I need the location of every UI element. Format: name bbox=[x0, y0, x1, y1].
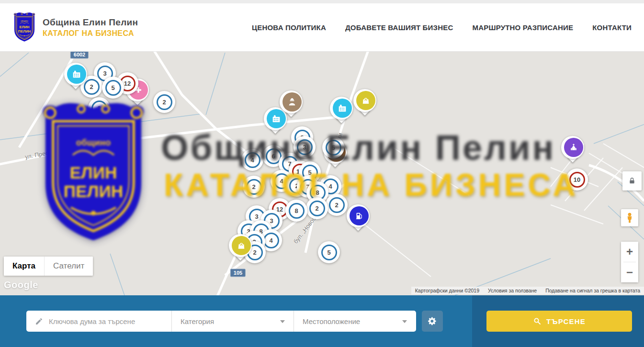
map-view-button[interactable]: Карта bbox=[4, 257, 44, 276]
svg-text:ЕЛИН: ЕЛИН bbox=[20, 25, 30, 29]
cluster-marker[interactable]: 2 bbox=[243, 176, 265, 198]
bag-category-marker[interactable] bbox=[228, 234, 253, 265]
cluster-marker[interactable]: 2 bbox=[326, 194, 348, 216]
map-type-control: Карта Сателит bbox=[4, 257, 93, 276]
cluster-marker[interactable]: 8 bbox=[285, 200, 307, 222]
report-map-error-link[interactable]: Подаване на сигнал за грешка в картата bbox=[545, 288, 640, 293]
svg-text:общино: общино bbox=[21, 20, 28, 22]
worker-category-marker[interactable] bbox=[279, 90, 304, 121]
header: общино ЕЛИН ПЕЛИН Община Елин Пелин КАТА… bbox=[0, 3, 644, 52]
cluster-count: 2 bbox=[329, 197, 345, 213]
cluster-marker[interactable]: 2 bbox=[88, 97, 110, 119]
nav-route-schedule[interactable]: МАРШРУТНО РАЗПИСАНИЕ bbox=[472, 23, 573, 32]
svg-text:ПЕЛИН: ПЕЛИН bbox=[18, 29, 31, 34]
pin-circle bbox=[353, 89, 376, 112]
factory-category-marker[interactable] bbox=[63, 63, 88, 93]
location-select[interactable]: Местоположение bbox=[294, 311, 416, 332]
cluster-marker[interactable]: 5 bbox=[322, 136, 344, 158]
nav-contacts[interactable]: КОНТАКТИ bbox=[592, 23, 632, 32]
pin-circle bbox=[347, 204, 370, 227]
cluster-count: 2 bbox=[309, 201, 325, 216]
pegman-icon bbox=[624, 212, 635, 224]
pin-circle bbox=[64, 63, 87, 86]
search-icon bbox=[533, 317, 542, 325]
pencil-icon bbox=[35, 317, 43, 325]
gear-icon bbox=[428, 316, 437, 326]
category-select[interactable]: Категория bbox=[171, 311, 294, 332]
cluster-marker[interactable]: 3 bbox=[294, 136, 316, 158]
nav-add-business[interactable]: ДОБАВЕТЕ ВАШИЯТ БИЗНЕС bbox=[345, 23, 453, 32]
satellite-view-button[interactable]: Сателит bbox=[44, 257, 93, 276]
fuel-icon bbox=[350, 206, 369, 225]
map-copyright: Картографски данни ©2019 bbox=[415, 288, 479, 293]
site-logo[interactable]: общино ЕЛИН ПЕЛИН Община Елин Пелин КАТА… bbox=[12, 12, 138, 42]
cluster-count: 4 bbox=[245, 152, 260, 168]
factory-category-marker[interactable] bbox=[329, 97, 354, 127]
site-title: Община Елин Пелин bbox=[43, 17, 138, 28]
keyword-field[interactable] bbox=[26, 311, 171, 332]
chevron-down-icon bbox=[402, 320, 407, 323]
cluster-marker[interactable]: 2 bbox=[306, 197, 328, 219]
page: общино ЕЛИН ПЕЛИН Община Елин Пелин КАТА… bbox=[0, 0, 644, 347]
cluster-count: 3 bbox=[297, 139, 313, 155]
municipality-crest-logo: общино ЕЛИН ПЕЛИН bbox=[12, 12, 36, 42]
cluster-count: 10 bbox=[569, 172, 585, 188]
main-nav: ЦЕНОВА ПОЛИТИКА ДОБАВЕТЕ ВАШИЯТ БИЗНЕС М… bbox=[252, 23, 632, 32]
nav-pricing-policy[interactable]: ЦЕНОВА ПОЛИТИКА bbox=[252, 23, 326, 32]
top-strip bbox=[0, 0, 644, 3]
padlock-icon bbox=[628, 177, 636, 185]
cluster-marker[interactable]: 10 bbox=[566, 168, 588, 190]
advanced-settings-button[interactable] bbox=[422, 311, 443, 332]
bag-icon bbox=[356, 91, 375, 110]
zoom-out-button[interactable]: − bbox=[621, 262, 638, 282]
cluster-count: 5 bbox=[105, 80, 121, 96]
church-icon bbox=[564, 138, 583, 157]
map-attribution: Картографски данни ©2019 Условия за полз… bbox=[411, 287, 644, 294]
lock-button[interactable] bbox=[622, 171, 642, 190]
search-fields-group: Категория Местоположение bbox=[26, 311, 416, 332]
site-subtitle: КАТАЛОГ НА БИЗНЕСА bbox=[43, 29, 138, 38]
zoom-control: + − bbox=[621, 242, 638, 282]
cluster-count: 8 bbox=[289, 203, 305, 219]
pin-circle bbox=[561, 136, 584, 159]
map-canvas[interactable]: 6002105ул. Преславбул. „Новоселциции 312… bbox=[0, 52, 644, 295]
fuel-category-marker[interactable] bbox=[346, 204, 371, 235]
map-markers-layer: 3122522235647135104242782212833384325 bbox=[0, 52, 644, 295]
cluster-count: 4 bbox=[263, 233, 279, 248]
street-view-pegman[interactable] bbox=[621, 209, 638, 226]
search-section: Категория Местоположение ТЪРСЕНЕ bbox=[0, 295, 644, 347]
cluster-count: 5 bbox=[326, 140, 341, 156]
factory-icon bbox=[333, 99, 352, 118]
pin-circle bbox=[229, 234, 252, 257]
bag-category-marker[interactable] bbox=[352, 89, 377, 120]
worker-icon bbox=[282, 92, 302, 112]
cluster-count: 2 bbox=[157, 94, 172, 110]
cluster-marker[interactable]: 2 bbox=[153, 91, 175, 113]
bag-icon bbox=[232, 236, 251, 255]
chevron-down-icon bbox=[280, 320, 285, 323]
keyword-input[interactable] bbox=[49, 317, 171, 325]
zoom-in-button[interactable]: + bbox=[621, 242, 638, 262]
cluster-count: 2 bbox=[91, 101, 107, 116]
terms-of-use-link[interactable]: Условия за ползване bbox=[488, 288, 537, 293]
cluster-marker[interactable]: 4 bbox=[241, 149, 263, 171]
cluster-count: 2 bbox=[246, 179, 262, 195]
pin-circle bbox=[330, 97, 353, 120]
pin-circle bbox=[280, 90, 303, 113]
search-submit-button[interactable]: ТЪРСЕНЕ bbox=[486, 311, 632, 332]
factory-icon bbox=[67, 65, 86, 84]
google-logo[interactable]: Google bbox=[4, 280, 38, 291]
cluster-marker[interactable]: 5 bbox=[318, 241, 340, 263]
church-category-marker[interactable] bbox=[560, 136, 585, 167]
cluster-marker[interactable]: 5 bbox=[102, 77, 124, 99]
cluster-count: 5 bbox=[321, 245, 337, 260]
